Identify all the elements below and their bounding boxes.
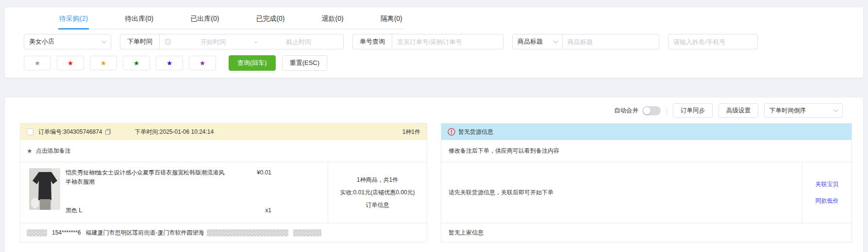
supply-link-tip-text: 请先关联货源信息，关联后即可开始下单 xyxy=(449,189,553,197)
tab-pending-purchase[interactable]: 待采购(2) xyxy=(58,7,89,29)
link-associate-item[interactable]: 关联宝贝 xyxy=(816,180,839,189)
tab-pending-outbound[interactable]: 待出库(0) xyxy=(124,7,154,29)
tab-label: 待采购(2) xyxy=(59,15,88,22)
order-card: 订单编号:304305746874 下单时间:2025-01-06 10:24:… xyxy=(20,123,427,242)
title-input-wrap xyxy=(562,34,659,49)
clock-icon xyxy=(165,38,171,45)
add-note-label: 点击添加备注 xyxy=(36,147,71,155)
supply-card-header: 暂无货源信息 xyxy=(441,124,851,140)
star-icon: ★ xyxy=(34,59,41,67)
supply-note-row: 修改备注后下单，供应商可以看到备注内容 xyxy=(441,140,851,162)
order-no-label: 订单编号: xyxy=(38,128,63,136)
receiver-address-redacted xyxy=(207,229,288,236)
add-note-row[interactable]: ★ 点击添加备注 xyxy=(20,140,427,162)
upstream-tip: 暂无上家信息 xyxy=(449,229,484,237)
start-date-input[interactable] xyxy=(173,38,253,46)
order-checkbox[interactable] xyxy=(27,128,33,135)
sort-order-select[interactable]: 下单时间倒序 xyxy=(764,103,843,118)
order-summary: 1种商品，共1件 实收:0.01元(店铺优惠0.00元) 订单信息 xyxy=(328,162,427,223)
customer-input-wrap xyxy=(668,34,758,49)
receiver-address-redacted xyxy=(293,229,321,236)
shop-select[interactable]: 美女小店 xyxy=(24,34,111,49)
receiver-phone: 154*******6 xyxy=(52,229,81,236)
advanced-settings-button[interactable]: 高级设置 xyxy=(718,103,758,118)
star-icon: ★ xyxy=(134,59,140,67)
list-toolbar: 自动合并 订单同步 高级设置 下单时间倒序 xyxy=(5,97,863,118)
order-no-input[interactable] xyxy=(397,34,498,49)
order-time-value: 2025-01-06 10:24:14 xyxy=(160,128,214,135)
auto-merge-toggle[interactable] xyxy=(642,106,661,115)
supply-card: 暂无货源信息 修改备注后下单，供应商可以看到备注内容 请先关联货源信息，关联后即… xyxy=(441,123,852,242)
product-row: 恺奕秀短袖t恤女士设计感小众夏季百搭衣服宽松韩版潮流港风半袖衣服潮 黑色 L ¥… xyxy=(20,162,328,223)
tab-completed[interactable]: 已完成(0) xyxy=(255,7,285,29)
order-time-label: 下单时间: xyxy=(134,128,159,136)
order-no-value: 304305746874 xyxy=(63,128,102,135)
product-image[interactable] xyxy=(29,168,60,210)
summary-order-info[interactable]: 订单信息 xyxy=(366,201,389,209)
supply-links: 关联宝贝 同款低价 xyxy=(802,162,851,223)
receiver-name-redacted xyxy=(27,229,47,236)
receiver-address: 福建厦门市思明区莲前街道-厦门市软件园望海 xyxy=(85,229,204,237)
summary-count: 1种商品，共1件 xyxy=(357,176,398,184)
tab-label: 退款(0) xyxy=(322,15,344,22)
order-no-input-wrap xyxy=(392,34,503,49)
order-card-header: 订单编号:304305746874 下单时间:2025-01-06 10:24:… xyxy=(20,124,427,140)
tab-label: 已完成(0) xyxy=(256,15,284,22)
auto-merge-label: 自动合并 xyxy=(614,107,638,115)
chevron-down-icon xyxy=(834,108,838,112)
sort-order-value: 下单时间倒序 xyxy=(769,107,806,115)
shop-select-value: 美女小店 xyxy=(29,37,54,46)
product-area: 恺奕秀短袖t恤女士设计感小众夏季百搭衣服宽松韩版潮流港风半袖衣服潮 黑色 L ¥… xyxy=(20,162,427,223)
star-flag-orange-button[interactable]: ★ xyxy=(90,56,117,70)
upstream-row: 暂无上家信息 xyxy=(441,223,851,242)
tab-outbound[interactable]: 已出库(0) xyxy=(189,7,220,29)
title-field-select[interactable]: 商品标题 xyxy=(512,34,563,49)
toolbar-divider xyxy=(667,107,667,114)
query-button[interactable]: 查询(回车) xyxy=(229,55,276,71)
title-field-value: 商品标题 xyxy=(517,37,543,46)
customer-input[interactable] xyxy=(673,34,752,49)
copy-icon[interactable] xyxy=(105,128,111,135)
supply-link-tip: 请先关联货源信息，关联后即可开始下单 xyxy=(441,162,802,223)
link-same-item-lower-price[interactable]: 同款低价 xyxy=(816,197,839,205)
star-icon: ★ xyxy=(67,59,74,67)
end-date-input[interactable] xyxy=(259,38,338,46)
order-count-badge: 1种1件 xyxy=(402,128,420,136)
supply-note-tip: 修改备注后下单，供应商可以看到备注内容 xyxy=(449,147,559,155)
star-flag-blue-button[interactable]: ★ xyxy=(156,56,183,70)
star-flag-red-button[interactable]: ★ xyxy=(57,56,84,70)
star-flag-green-button[interactable]: ★ xyxy=(123,56,150,70)
product-title[interactable]: 恺奕秀短袖t恤女士设计感小众夏季百搭衣服宽松韩版潮流港风半袖衣服潮 xyxy=(66,168,227,187)
order-sync-button[interactable]: 订单同步 xyxy=(673,103,713,118)
supply-main: 请先关联货源信息，关联后即可开始下单 关联宝贝 同款低价 xyxy=(441,162,851,223)
star-icon: ★ xyxy=(200,59,206,67)
product-quantity: x1 xyxy=(265,207,271,214)
filter-panel: 待采购(2) 待出库(0) 已出库(0) 已完成(0) 退款(0) 隔离(0) … xyxy=(4,7,864,78)
order-list-panel: 自动合并 订单同步 高级设置 下单时间倒序 订单编号:304305746874 … xyxy=(4,97,864,252)
order-status-tabs: 待采购(2) 待出库(0) 已出库(0) 已完成(0) 退款(0) 隔离(0) xyxy=(5,7,863,30)
star-icon: ★ xyxy=(100,59,107,67)
chevron-down-icon xyxy=(553,39,558,44)
product-price: ¥0.01 xyxy=(257,169,271,176)
alert-icon xyxy=(448,128,455,136)
star-icon: ★ xyxy=(167,59,173,67)
supply-header-text: 暂无货源信息 xyxy=(458,128,493,136)
reset-button[interactable]: 重置(ESC) xyxy=(282,55,327,71)
chevron-down-icon xyxy=(102,39,107,44)
tab-label: 隔离(0) xyxy=(381,15,402,22)
star-flag-gray-button[interactable]: ★ xyxy=(24,56,51,70)
date-range-input[interactable]: - xyxy=(159,34,344,49)
date-separator: - xyxy=(255,38,257,46)
product-price-col: ¥0.01 x1 xyxy=(227,168,271,217)
star-icon: ★ xyxy=(27,147,33,155)
time-type-button[interactable]: 下单时间 xyxy=(120,34,160,49)
title-input[interactable] xyxy=(568,34,654,49)
order-no-query-button[interactable]: 单号查询 xyxy=(352,34,392,49)
star-flag-purple-button[interactable]: ★ xyxy=(189,56,216,70)
summary-paid: 实收:0.01元(店铺优惠0.00元) xyxy=(340,189,415,197)
tab-isolated[interactable]: 隔离(0) xyxy=(380,7,403,29)
tab-label: 待出库(0) xyxy=(125,15,153,22)
product-variant: 黑色 L xyxy=(66,206,227,215)
filter-row-stars: ★ ★ ★ ★ ★ ★ 查询(回车) 重置(ESC) xyxy=(24,55,863,71)
tab-refund[interactable]: 退款(0) xyxy=(321,7,345,29)
